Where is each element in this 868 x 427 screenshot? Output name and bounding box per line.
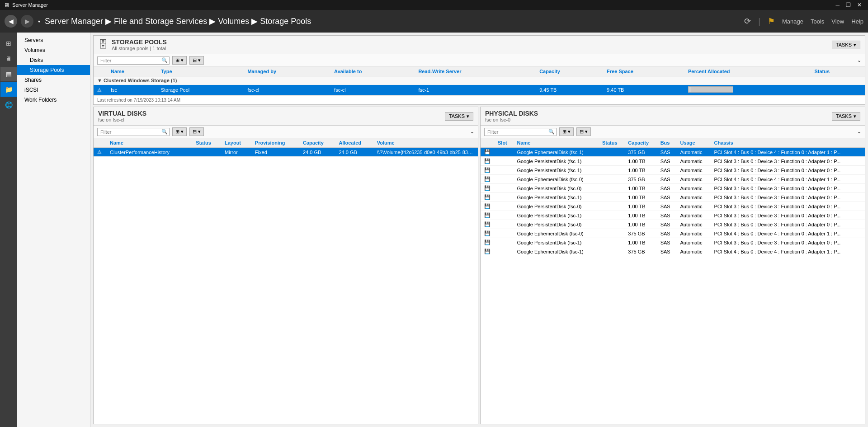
pd-row-chassis: PCI Slot 4 : Bus 0 : Device 4 : Function… <box>710 148 865 157</box>
pd-row-icon: 💾 <box>481 193 494 202</box>
table-row[interactable]: ⚠ fsc Storage Pool fsc-cl fsc-cl fsc-1 9… <box>94 85 865 95</box>
col-header-available-to[interactable]: Available to <box>330 67 415 76</box>
sidebar-item-disks[interactable]: Disks <box>17 55 90 65</box>
table-row[interactable]: 💾 Google PersistentDisk (fsc-1) 1.00 TB … <box>481 157 865 166</box>
table-row[interactable]: 💾 Google PersistentDisk (fsc-1) 1.00 TB … <box>481 238 865 247</box>
table-row[interactable]: 💾 Google EphemeralDisk (fsc-1) 375 GB SA… <box>481 148 865 157</box>
physical-disks-collapse-button[interactable]: ⌄ <box>857 129 861 135</box>
table-row[interactable]: 💾 Google PersistentDisk (fsc-1) 1.00 TB … <box>481 211 865 220</box>
pd-row-capacity: 1.00 TB <box>624 211 656 220</box>
storage-pools-sort-button[interactable]: ⊞ ▾ <box>172 56 187 65</box>
view-button[interactable]: View <box>831 18 844 25</box>
pd-row-icon: 💾 <box>481 211 494 220</box>
storage-pools-filter-bar: 🔍 ⊞ ▾ ⊟ ▾ ⌄ <box>94 54 865 67</box>
pd-row-chassis: PCI Slot 3 : Bus 0 : Device 3 : Function… <box>710 193 865 202</box>
physical-disks-filter-button[interactable]: ⊟ ▾ <box>576 127 591 136</box>
sidebar-label-work-folders: Work Folders <box>24 97 57 103</box>
col-header-type[interactable]: Type <box>157 67 244 76</box>
sidebar-icon-files[interactable]: 📁 <box>0 82 17 97</box>
table-row[interactable]: 💾 Google PersistentDisk (fsc-0) 1.00 TB … <box>481 184 865 193</box>
table-row[interactable]: 💾 Google PersistentDisk (fsc-1) 1.00 TB … <box>481 193 865 202</box>
table-row[interactable]: 💾 Google PersistentDisk (fsc-0) 1.00 TB … <box>481 220 865 229</box>
virtual-disks-sort-button[interactable]: ⊞ ▾ <box>172 127 187 136</box>
table-row[interactable]: 💾 Google PersistentDisk (fsc-1) 1.00 TB … <box>481 166 865 175</box>
nav-dropdown-button[interactable]: ▾ <box>37 19 41 24</box>
sidebar-item-shares[interactable]: Shares <box>17 75 90 85</box>
pd-col-bus[interactable]: Bus <box>657 138 677 148</box>
physical-disks-filter-input[interactable] <box>484 128 557 136</box>
virtual-disks-collapse-button[interactable]: ⌄ <box>470 129 474 135</box>
minimize-button[interactable]: ─ <box>833 2 842 8</box>
table-row[interactable]: 💾 Google EphemeralDisk (fsc-0) 375 GB SA… <box>481 229 865 238</box>
col-header-free-space[interactable]: Free Space <box>603 67 684 76</box>
col-header-rw-server[interactable]: Read-Write Server <box>415 67 536 76</box>
sidebar-icon-dashboard[interactable]: ⊞ <box>0 36 17 51</box>
storage-pools-filter-button[interactable]: ⊟ ▾ <box>189 56 204 65</box>
sidebar-icon-storage[interactable]: ▤ <box>0 67 17 81</box>
pd-row-icon: 💾 <box>481 238 494 247</box>
vd-col-allocated[interactable]: Allocated <box>335 138 373 148</box>
pd-row-name: Google PersistentDisk (fsc-0) <box>513 202 599 211</box>
pd-row-capacity: 375 GB <box>624 148 656 157</box>
table-row[interactable]: 💾 Google EphemeralDisk (fsc-0) 375 GB SA… <box>481 175 865 184</box>
pd-row-name: Google PersistentDisk (fsc-1) <box>513 193 599 202</box>
virtual-disks-tasks-button[interactable]: TASKS ▾ <box>445 112 473 121</box>
sidebar-item-iscsi[interactable]: iSCSI <box>17 85 90 95</box>
pd-col-status[interactable]: Status <box>599 138 624 148</box>
sidebar-icon-iis[interactable]: 🌐 <box>0 98 17 112</box>
vd-col-status[interactable]: Status <box>192 138 221 148</box>
storage-pools-filter-input[interactable] <box>97 56 170 65</box>
col-header-name-label[interactable]: Name <box>107 67 157 76</box>
table-row[interactable]: 💾 Google PersistentDisk (fsc-0) 1.00 TB … <box>481 202 865 211</box>
forward-button[interactable]: ▶ <box>21 15 33 28</box>
sidebar-icon-servers[interactable]: 🖥 <box>0 52 17 66</box>
vd-col-name[interactable]: Name <box>106 138 192 148</box>
pd-row-slot <box>494 166 513 175</box>
physical-disks-sort-button[interactable]: ⊞ ▾ <box>559 127 574 136</box>
sidebar-item-work-folders[interactable]: Work Folders <box>17 95 90 105</box>
manage-button[interactable]: Manage <box>782 18 803 25</box>
vd-col-volume[interactable]: Volume <box>373 138 478 148</box>
pd-col-slot[interactable]: Slot <box>494 138 513 148</box>
vd-row-volume: \\?\Volume{f42c6235-d0e0-49b3-bb25-8371c… <box>373 148 478 157</box>
storage-pools-tasks-button[interactable]: TASKS ▾ <box>832 41 860 49</box>
restore-button[interactable]: ❐ <box>843 2 854 8</box>
virtual-disks-filter-button[interactable]: ⊟ ▾ <box>189 127 204 136</box>
virtual-disks-header: VIRTUAL DISKS fsc on fsc-cl TASKS ▾ <box>94 107 478 126</box>
pd-row-slot <box>494 247 513 256</box>
close-button[interactable]: ✕ <box>854 2 864 8</box>
virtual-disks-filter-input[interactable] <box>97 128 170 136</box>
back-button[interactable]: ◀ <box>5 15 17 28</box>
col-header-status[interactable]: Status <box>811 67 865 76</box>
sidebar-item-servers[interactable]: Servers <box>17 35 90 45</box>
tools-button[interactable]: Tools <box>811 18 824 25</box>
table-row[interactable]: 💾 Google EphemeralDisk (fsc-1) 375 GB SA… <box>481 247 865 256</box>
pd-col-capacity[interactable]: Capacity <box>624 138 656 148</box>
sidebar-item-storage-pools[interactable]: Storage Pools <box>17 65 90 75</box>
pd-row-slot <box>494 193 513 202</box>
vd-col-layout[interactable]: Layout <box>221 138 251 148</box>
group-triangle-icon: ▼ <box>97 78 102 83</box>
table-row[interactable]: ⚠ ClusterPerformanceHistory Mirror Fixed… <box>94 148 478 157</box>
physical-disks-tasks-button[interactable]: TASKS ▾ <box>832 112 860 121</box>
nav-bar-title: Server Manager ▶ File and Storage Servic… <box>45 16 741 26</box>
vd-col-capacity[interactable]: Capacity <box>299 138 335 148</box>
pd-row-usage: Automatic <box>677 175 711 184</box>
help-button[interactable]: Help <box>851 18 863 25</box>
pd-row-usage: Automatic <box>677 247 711 256</box>
pd-row-usage: Automatic <box>677 229 711 238</box>
col-header-percent-allocated[interactable]: Percent Allocated <box>684 67 811 76</box>
col-header-capacity[interactable]: Capacity <box>536 67 603 76</box>
pd-col-chassis[interactable]: Chassis <box>710 138 865 148</box>
sidebar-item-volumes[interactable]: Volumes <box>17 45 90 55</box>
app-icon: 🖥 <box>4 2 9 9</box>
pd-col-name[interactable]: Name <box>513 138 599 148</box>
pd-col-usage[interactable]: Usage <box>677 138 711 148</box>
physical-disks-panel: PHYSICAL DISKS fsc on fsc-0 TASKS ▾ 🔍 ⊞ … <box>480 107 865 424</box>
vd-col-provisioning[interactable]: Provisioning <box>251 138 299 148</box>
col-header-managed-by[interactable]: Managed by <box>244 67 330 76</box>
pd-row-bus: SAS <box>657 166 677 175</box>
storage-pools-collapse-button[interactable]: ⌄ <box>857 57 861 63</box>
physical-disks-tbody: 💾 Google EphemeralDisk (fsc-1) 375 GB SA… <box>481 148 865 256</box>
pd-row-usage: Automatic <box>677 166 711 175</box>
